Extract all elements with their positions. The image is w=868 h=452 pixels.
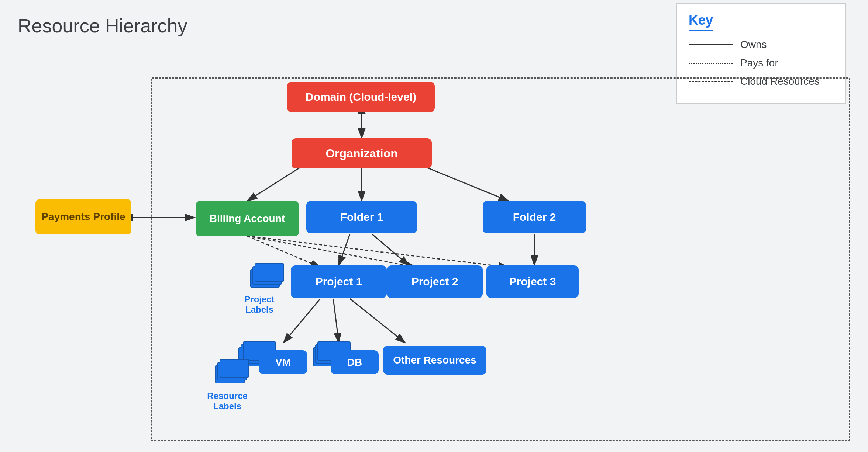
db-node: DB bbox=[331, 350, 379, 374]
project2-node: Project 2 bbox=[387, 265, 483, 298]
billing-account-node: Billing Account bbox=[196, 201, 299, 236]
owns-line-icon bbox=[689, 44, 733, 45]
domain-node: Domain (Cloud-level) bbox=[287, 82, 435, 112]
project-labels-label: Project Labels bbox=[237, 294, 282, 315]
project3-node: Project 3 bbox=[486, 265, 579, 298]
organization-node: Organization bbox=[292, 138, 432, 168]
other-resources-node: Other Resources bbox=[383, 346, 486, 375]
payments-profile-node: Payments Profile bbox=[35, 199, 131, 234]
project1-node: Project 1 bbox=[291, 265, 387, 298]
folder1-node: Folder 1 bbox=[306, 201, 417, 233]
dashed-border bbox=[151, 77, 850, 441]
resource-labels-label: Resource Labels bbox=[202, 391, 253, 411]
vm-node: VM bbox=[259, 350, 307, 374]
key-title: Key bbox=[689, 13, 713, 31]
project-labels-icon bbox=[250, 262, 287, 291]
page-title: Resource Hierarchy bbox=[18, 15, 187, 37]
resource-labels-icon bbox=[215, 358, 252, 387]
folder2-node: Folder 2 bbox=[483, 201, 586, 233]
diagram: Payments Profile Domain (Cloud-level) Or… bbox=[18, 48, 850, 441]
